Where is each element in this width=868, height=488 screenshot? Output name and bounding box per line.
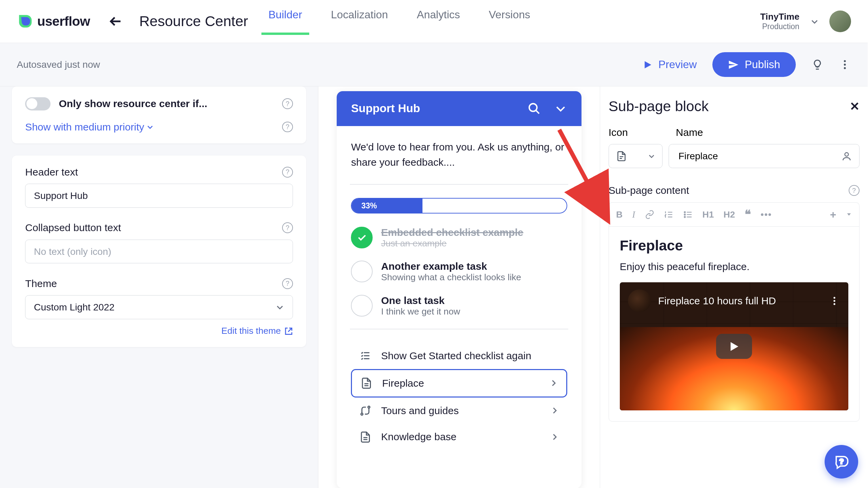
edit-theme-link[interactable]: Edit this theme: [221, 326, 293, 336]
logo-icon: [17, 13, 34, 30]
icon-field-label: Icon: [609, 127, 628, 138]
logo[interactable]: userflow: [17, 13, 90, 30]
external-link-icon: [284, 327, 293, 336]
chevron-right-icon: [550, 433, 559, 441]
resource-center-widget: Support Hub We'd love to hear from you. …: [337, 91, 581, 488]
divider: [350, 329, 568, 329]
tabs: Builder Localization Analytics Versions: [269, 8, 530, 34]
help-widget-button[interactable]: ?: [825, 445, 858, 479]
lightbulb-icon[interactable]: [811, 59, 823, 70]
help-icon[interactable]: ?: [849, 185, 860, 196]
unordered-list-button[interactable]: [683, 210, 693, 219]
progress-bar: 33%: [351, 198, 567, 214]
block-editor-panel: Sub-page block ✕ Icon Name Sub-page cont…: [600, 86, 868, 488]
link-button[interactable]: [645, 210, 654, 219]
svg-text:?: ?: [839, 457, 844, 466]
chevron-down-icon[interactable]: [846, 211, 852, 218]
check-done-icon: [351, 227, 373, 248]
search-icon[interactable]: [528, 102, 541, 115]
progress-fill: 33%: [352, 199, 422, 213]
only-show-toggle[interactable]: [25, 97, 50, 110]
chevron-right-icon: [549, 379, 558, 387]
send-icon: [728, 59, 739, 70]
ordered-list-button[interactable]: [664, 210, 673, 219]
tab-localization[interactable]: Localization: [331, 8, 388, 34]
video-play-button[interactable]: [716, 334, 752, 359]
widget-title: Support Hub: [351, 102, 420, 115]
tab-versions[interactable]: Versions: [489, 8, 530, 34]
chevron-right-icon: [550, 406, 559, 415]
tab-analytics[interactable]: Analytics: [417, 8, 460, 34]
chevron-down-icon: [648, 152, 655, 160]
theme-select[interactable]: Custom Light 2022: [25, 295, 293, 319]
sub-header: Autosaved just now Preview Publish: [0, 43, 868, 86]
header-text-input[interactable]: [25, 184, 293, 207]
svg-point-7: [684, 211, 686, 213]
logo-text: userflow: [37, 14, 90, 29]
help-icon[interactable]: ?: [282, 278, 293, 289]
priority-link[interactable]: Show with medium priority: [25, 121, 154, 133]
theme-label: Theme: [25, 278, 57, 289]
settings-panel: Only show resource center if... ? Show w…: [0, 86, 318, 488]
help-icon[interactable]: ?: [282, 222, 293, 233]
chevron-down-icon: [276, 303, 284, 311]
help-icon[interactable]: ?: [282, 167, 293, 178]
document-icon: [360, 377, 372, 389]
preview-button[interactable]: Preview: [643, 58, 697, 71]
top-nav: userflow Resource Center Builder Localiz…: [0, 0, 868, 43]
play-icon: [643, 60, 652, 69]
more-icon[interactable]: [839, 59, 851, 70]
publish-button[interactable]: Publish: [712, 52, 796, 77]
h1-button[interactable]: H1: [703, 209, 714, 220]
help-icon[interactable]: ?: [282, 122, 293, 133]
page-title: Resource Center: [139, 13, 248, 29]
checklist-item[interactable]: One last task I think we get it now: [351, 295, 567, 317]
chevron-down-icon: [146, 123, 154, 130]
svg-point-6: [845, 152, 848, 156]
bold-button[interactable]: B: [616, 209, 623, 220]
checklist-item[interactable]: Embedded checklist example Just an examp…: [351, 227, 567, 249]
nav-item-fireplace[interactable]: Fireplace: [351, 369, 567, 398]
quote-button[interactable]: ❝: [745, 207, 751, 222]
preview-panel: Support Hub We'd love to hear from you. …: [318, 86, 600, 488]
collapsed-text-input[interactable]: [25, 240, 293, 263]
org-env: Production: [760, 22, 800, 31]
avatar[interactable]: [829, 11, 851, 32]
header-text-label: Header text: [25, 166, 78, 178]
italic-button[interactable]: I: [632, 209, 635, 220]
chevron-down-icon[interactable]: [554, 102, 567, 115]
help-icon[interactable]: ?: [282, 98, 293, 109]
checklist-item[interactable]: Another example task Showing what a chec…: [351, 261, 567, 283]
name-input[interactable]: [676, 144, 841, 167]
svg-point-4: [361, 413, 363, 415]
editor-toolbar: B I H1 H2 ❝ ••• +: [609, 202, 860, 226]
add-block-button[interactable]: +: [830, 208, 836, 221]
back-arrow-icon[interactable]: [108, 14, 124, 29]
org-switcher[interactable]: TinyTime Production: [760, 12, 800, 31]
nav-item-tours[interactable]: Tours and guides: [351, 398, 567, 424]
nav-item-show-checklist[interactable]: Show Get Started checklist again: [351, 343, 567, 369]
autosave-status: Autosaved just now: [17, 59, 100, 70]
widget-intro: We'd love to hear from you. Ask us anyth…: [351, 139, 567, 170]
nav-item-knowledge-base[interactable]: Knowledge base: [351, 424, 567, 450]
document-icon: [359, 431, 371, 443]
tab-builder[interactable]: Builder: [269, 8, 302, 34]
icon-select[interactable]: [609, 144, 663, 168]
check-empty-icon: [351, 295, 373, 317]
chevron-down-icon[interactable]: [810, 17, 819, 26]
svg-point-1: [844, 64, 846, 66]
person-icon[interactable]: [841, 151, 852, 162]
svg-point-8: [684, 214, 686, 215]
video-embed[interactable]: Fireplace 10 hours full HD: [620, 282, 848, 411]
h2-button[interactable]: H2: [724, 209, 735, 220]
document-icon: [616, 151, 627, 162]
divider: [350, 184, 568, 185]
editor-paragraph[interactable]: Enjoy this peaceful fireplace.: [620, 261, 848, 272]
svg-point-0: [844, 60, 846, 62]
editor-heading[interactable]: Fireplace: [620, 238, 848, 254]
more-tools-button[interactable]: •••: [761, 209, 772, 220]
only-show-label: Only show resource center if...: [59, 98, 274, 109]
checklist-icon: [359, 350, 371, 362]
close-icon[interactable]: ✕: [850, 99, 860, 114]
editor-body[interactable]: Fireplace Enjoy this peaceful fireplace.…: [609, 226, 860, 422]
